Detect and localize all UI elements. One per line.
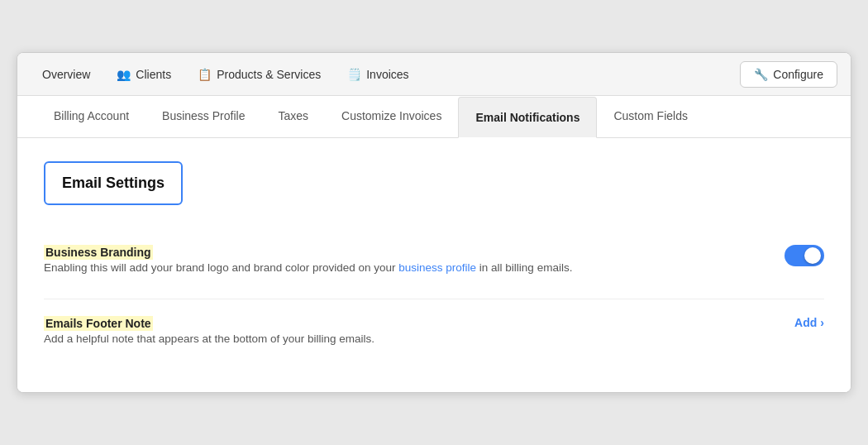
business-branding-header: Business Branding Enabling this will add… [44,245,824,276]
nav-item-overview[interactable]: Overview [31,61,102,88]
business-profile-link[interactable]: business profile [398,261,476,274]
main-content: Email Settings Business Branding Enablin… [17,138,851,392]
business-branding-description: Enabling this will add your brand logo a… [44,260,572,276]
configure-icon: 🔧 [754,68,768,81]
emails-footer-controls: Add › [778,316,824,329]
chevron-right-icon: › [820,316,824,329]
emails-footer-header: Emails Footer Note Add a helpful note th… [44,316,824,347]
app-window: Overview 👥 Clients 📋 Products & Services… [17,52,851,393]
business-branding-label-wrap: Business Branding Enabling this will add… [44,245,572,276]
description-text-before: Enabling this will add your brand logo a… [44,261,398,274]
nav-invoices-label: Invoices [366,68,408,81]
top-nav: Overview 👥 Clients 📋 Products & Services… [17,53,851,96]
business-branding-label: Business Branding [44,245,153,260]
section-business-branding: Business Branding Enabling this will add… [44,228,824,299]
email-settings-title: Email Settings [62,175,165,191]
emails-footer-label: Emails Footer Note [44,316,153,331]
nav-item-products-services[interactable]: 📋 Products & Services [186,61,332,88]
nav-item-clients[interactable]: 👥 Clients [105,61,183,88]
configure-label: Configure [773,68,823,81]
nav-products-label: Products & Services [217,68,321,81]
section-emails-footer-note: Emails Footer Note Add a helpful note th… [44,299,824,369]
settings-tabs: Billing Account Business Profile Taxes C… [17,96,851,138]
tab-billing-account[interactable]: Billing Account [37,96,145,138]
branding-toggle[interactable] [785,245,824,266]
footer-description-text: Add a helpful note that appears at the b… [44,333,374,345]
nav-clients-label: Clients [136,68,171,81]
emails-footer-label-wrap: Emails Footer Note Add a helpful note th… [44,316,374,347]
description-text-after: in all billing emails. [476,261,572,274]
tab-taxes[interactable]: Taxes [261,96,325,138]
configure-button[interactable]: 🔧 Configure [740,61,837,88]
branding-toggle-wrapper [785,245,824,266]
clients-icon: 👥 [117,68,131,81]
nav-item-invoices[interactable]: 🗒️ Invoices [336,61,420,88]
add-label: Add [794,316,817,329]
tab-custom-fields[interactable]: Custom Fields [597,96,703,138]
products-icon: 📋 [198,68,212,81]
tab-email-notifications[interactable]: Email Notifications [458,97,597,138]
business-branding-controls [768,245,824,266]
tab-customize-invoices[interactable]: Customize Invoices [325,96,458,138]
top-nav-items: Overview 👥 Clients 📋 Products & Services… [31,61,740,88]
email-settings-card: Email Settings [44,161,183,205]
nav-overview-label: Overview [42,68,90,81]
emails-footer-description: Add a helpful note that appears at the b… [44,331,374,347]
invoices-icon: 🗒️ [347,68,361,81]
add-footer-note-link[interactable]: Add › [794,316,824,329]
tab-business-profile[interactable]: Business Profile [145,96,261,138]
